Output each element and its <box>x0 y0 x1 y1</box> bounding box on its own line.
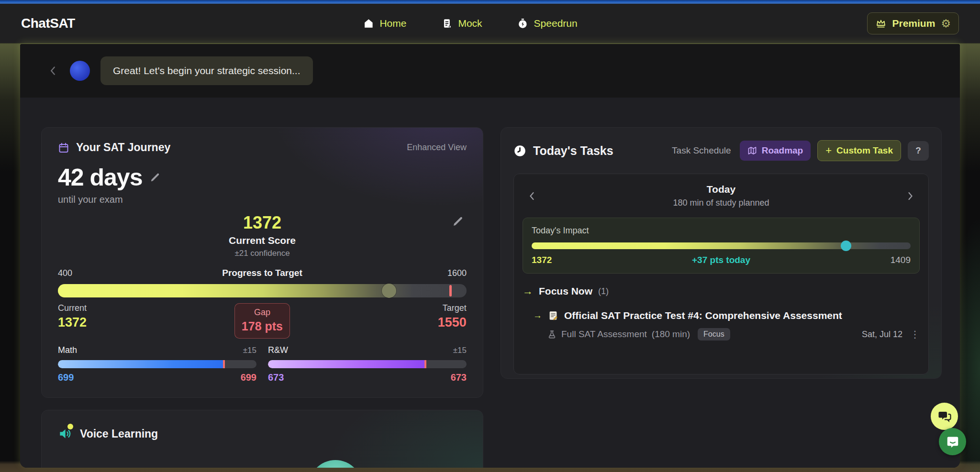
impact-bar <box>532 242 911 249</box>
task-menu-kebab-icon[interactable]: ⋮ <box>910 329 920 340</box>
task-duration: (180 min) <box>652 329 690 340</box>
home-icon <box>363 18 374 29</box>
chat-message-bubble: Great! Let's begin your strategic sessio… <box>100 56 313 85</box>
tasks-header: Today's Tasks Task Schedule Roadmap + <box>513 140 929 161</box>
right-column: Today's Tasks Task Schedule Roadmap + <box>501 127 942 468</box>
focus-now-label: Focus Now <box>539 285 592 297</box>
roadmap-label: Roadmap <box>762 145 803 156</box>
progress-scale-labels: 400 Progress to Target 1600 <box>58 268 467 278</box>
gear-icon[interactable]: ⚙ <box>941 18 951 29</box>
rw-target: 673 <box>451 372 467 383</box>
window-accent-bar <box>0 0 980 4</box>
scale-min: 400 <box>58 268 101 278</box>
rw-target-marker <box>424 360 426 368</box>
scale-max: 1600 <box>423 268 467 278</box>
left-column: Your SAT Journey Enhanced View 42 days u… <box>41 127 483 468</box>
current-score-value: 1372 <box>58 213 467 233</box>
chat-strip: Great! Let's begin your strategic sessio… <box>20 44 960 98</box>
day-label: Today <box>542 184 901 195</box>
day-info: Today 180 min of study planned <box>542 184 901 208</box>
focus-badge: Focus <box>698 328 730 340</box>
task-meta-row: Full SAT Assessment (180 min) Focus Sat,… <box>523 328 920 340</box>
day-subtitle: 180 min of study planned <box>542 198 901 208</box>
progress-knob <box>382 284 396 298</box>
next-day-chevron-icon[interactable] <box>901 190 920 202</box>
top-nav: ChatSAT Home Mock Speedrun <box>0 4 980 43</box>
math-confidence: ±15 <box>243 346 256 355</box>
chat-fab-button[interactable] <box>931 403 958 430</box>
target-cell: Target 1550 <box>330 303 467 330</box>
chevron-left-icon[interactable] <box>47 65 59 77</box>
countdown-subtitle: until your exam <box>58 194 467 205</box>
tasks-header-actions: Task Schedule Roadmap + Custom Task <box>672 140 929 161</box>
impact-delta: +37 pts today <box>589 255 853 265</box>
target-marker <box>449 285 452 296</box>
math-target: 699 <box>241 372 256 383</box>
brand-logo: ChatSAT <box>21 16 75 31</box>
plus-icon: + <box>825 145 832 156</box>
voice-orb-button[interactable] <box>309 460 362 468</box>
premium-label: Premium <box>892 18 935 29</box>
chat-bubbles-icon <box>937 409 952 424</box>
task-arrow-icon: → <box>533 310 542 321</box>
rw-confidence: ±15 <box>453 346 467 355</box>
voice-header: Voice Learning <box>58 427 467 441</box>
map-icon <box>747 146 757 155</box>
day-schedule-panel: Today 180 min of study planned Today's I… <box>513 174 929 374</box>
current-cell: Current 1372 <box>58 303 194 330</box>
todays-tasks-card: Today's Tasks Task Schedule Roadmap + <box>501 127 942 379</box>
flask-icon <box>547 330 557 339</box>
progress-title: Progress to Target <box>101 268 423 278</box>
current-value: 1372 <box>58 315 194 330</box>
custom-task-button[interactable]: + Custom Task <box>817 140 901 161</box>
dashboard-main: Your SAT Journey Enhanced View 42 days u… <box>20 98 960 468</box>
enhanced-view-toggle[interactable]: Enhanced View <box>407 143 467 153</box>
math-target-marker <box>223 360 225 368</box>
calendar-icon <box>58 142 69 154</box>
speaker-icon <box>58 427 72 441</box>
app-root: ChatSAT Home Mock Speedrun <box>0 0 980 472</box>
edit-pencil-icon[interactable] <box>150 172 160 183</box>
nav-label-mock: Mock <box>458 18 482 29</box>
rw-score-bar <box>268 360 467 368</box>
edit-score-pencil-icon[interactable] <box>452 216 464 227</box>
arrow-right-icon: → <box>523 285 533 297</box>
rw-label: R&W <box>268 345 288 355</box>
nav-item-home[interactable]: Home <box>363 18 406 29</box>
crown-icon <box>875 18 887 29</box>
nav-item-speedrun[interactable]: Speedrun <box>518 18 578 29</box>
rw-score: 673 <box>268 372 284 383</box>
math-section: Math ±15 699 699 <box>58 345 256 383</box>
premium-button[interactable]: Premium ⚙ <box>867 12 959 34</box>
exam-countdown: 42 days <box>58 164 467 191</box>
rw-section: R&W ±15 673 673 <box>268 345 467 383</box>
nav-item-mock[interactable]: Mock <box>442 18 482 29</box>
memo-icon <box>548 310 558 321</box>
messenger-bubble-icon <box>946 435 960 449</box>
countdown-value: 42 days <box>58 164 142 191</box>
task-meta-right: Sat, Jul 12 ⋮ <box>862 329 920 340</box>
task-schedule-label: Task Schedule <box>672 145 731 156</box>
impact-from: 1372 <box>532 255 589 265</box>
voice-learning-card: Voice Learning <box>41 410 483 468</box>
stopwatch-icon <box>518 18 528 29</box>
voice-notification-dot <box>67 424 73 429</box>
todays-impact-panel: Today's Impact 1372 +37 pts today 1409 <box>523 218 920 274</box>
nav-label-home: Home <box>379 18 406 29</box>
task-row[interactable]: → Official SAT Practice Test #4: Compreh… <box>523 310 920 321</box>
journey-header: Your SAT Journey Enhanced View <box>58 141 467 154</box>
help-button[interactable]: ? <box>908 141 929 161</box>
progress-to-target-bar <box>58 284 467 297</box>
current-score-label: Current Score <box>58 235 467 246</box>
task-title: Official SAT Practice Test #4: Comprehen… <box>564 310 842 321</box>
focus-count: (1) <box>598 286 609 296</box>
prev-day-chevron-icon[interactable] <box>523 190 542 202</box>
focus-now-heading: → Focus Now (1) <box>523 285 920 297</box>
score-confidence: ±21 confidence <box>58 249 467 258</box>
roadmap-button[interactable]: Roadmap <box>740 141 811 161</box>
impact-title: Today's Impact <box>532 226 911 236</box>
math-bar-fill <box>58 360 223 368</box>
impact-to: 1409 <box>853 255 911 265</box>
gap-label: Gap <box>240 307 285 318</box>
messenger-fab-button[interactable] <box>939 428 966 455</box>
